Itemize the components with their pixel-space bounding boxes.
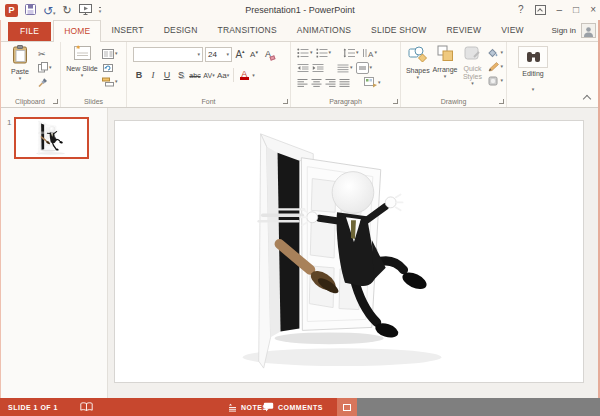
redo-icon[interactable]: ↻ (63, 4, 72, 16)
background-strip (357, 398, 600, 416)
tab-slide-show[interactable]: SLIDE SHOW (361, 20, 436, 41)
status-bar: SLIDE 1 OF 1 NOTES COMMENTS (0, 398, 357, 416)
line-spacing-button[interactable]: ▾ (343, 48, 359, 58)
slide-1-thumbnail[interactable] (14, 117, 89, 159)
undo-dropdown-icon[interactable]: ▾ (53, 10, 56, 16)
align-text-icon (356, 62, 369, 74)
format-painter-button[interactable] (37, 75, 53, 88)
numbering-icon (316, 48, 328, 58)
section-button[interactable]: ▾ (101, 75, 119, 88)
bold-button[interactable]: B (133, 68, 145, 82)
smartart-icon (364, 77, 377, 88)
align-text-button[interactable]: ▾ (356, 62, 373, 74)
text-shadow-button[interactable]: S (175, 68, 187, 82)
underline-button[interactable]: U (161, 68, 173, 82)
group-editing: Editing ▾ (507, 42, 559, 107)
shape-effects-button[interactable]: ▾ (487, 74, 504, 87)
increase-indent-button[interactable] (312, 63, 324, 73)
align-center-icon (311, 78, 322, 88)
drawing-dialog-launcher-icon[interactable] (499, 99, 504, 104)
increase-indent-icon (312, 63, 324, 73)
powerpoint-logo-icon[interactable]: P (5, 4, 18, 17)
tab-design[interactable]: DESIGN (154, 20, 208, 41)
character-spacing-button[interactable]: AV▾ (203, 68, 215, 82)
italic-button[interactable]: I (147, 68, 159, 82)
editing-canvas[interactable] (108, 108, 600, 398)
slide-thumbnail-panel[interactable]: 1 (0, 108, 108, 398)
tab-review[interactable]: REVIEW (436, 20, 491, 41)
paragraph-dialog-launcher-icon[interactable] (393, 99, 398, 104)
comments-toggle[interactable]: COMMENTS (263, 398, 323, 416)
slide-number: 1 (7, 118, 11, 127)
arrange-icon (437, 45, 454, 66)
change-case-button[interactable]: Aa▾ (217, 68, 229, 82)
columns-button[interactable]: ▾ (337, 63, 353, 73)
editing-button[interactable] (518, 46, 548, 68)
avatar-icon (581, 23, 596, 38)
shape-outline-button[interactable]: ▾ (487, 60, 504, 73)
copy-icon (38, 62, 48, 73)
window-border-left (0, 20, 1, 398)
tab-insert[interactable]: INSERT (101, 20, 153, 41)
save-icon[interactable] (25, 1, 36, 19)
font-color-button[interactable]: A (238, 68, 250, 82)
binoculars-icon (526, 51, 541, 63)
help-icon[interactable]: ? (518, 0, 524, 20)
reset-slide-button[interactable] (101, 61, 119, 74)
shape-fill-button[interactable]: ▾ (487, 46, 504, 59)
kicked-out-the-door-image[interactable] (115, 121, 583, 382)
format-painter-icon (38, 77, 48, 87)
paste-clipboard-icon (12, 45, 28, 68)
section-icon (102, 77, 114, 87)
close-icon[interactable]: × (590, 0, 596, 20)
tab-home[interactable]: HOME (53, 20, 101, 42)
spell-check-icon[interactable] (80, 398, 93, 416)
justify-button[interactable] (339, 78, 350, 88)
clipboard-dialog-launcher-icon[interactable] (53, 99, 58, 104)
slide-1-thumbnail-image (16, 119, 87, 157)
decrease-indent-button[interactable] (297, 63, 309, 73)
bullets-button[interactable]: ▾ (297, 48, 313, 58)
shape-effects-icon (488, 76, 499, 86)
convert-to-smartart-button[interactable]: ▾ (364, 77, 381, 88)
sign-in-button[interactable]: Sign in (552, 23, 596, 38)
notes-toggle[interactable]: NOTES (228, 398, 268, 416)
tab-view[interactable]: VIEW (491, 20, 534, 41)
undo-button[interactable]: ↺▾ (43, 1, 56, 19)
columns-icon (337, 63, 349, 73)
text-direction-button[interactable]: A ▾ (362, 48, 378, 58)
cut-button[interactable]: ✂ (37, 47, 53, 60)
customize-qat-icon[interactable]: ▾ (99, 7, 102, 13)
slide-layout-button[interactable]: ▾ (101, 47, 119, 60)
minimize-icon[interactable]: – (557, 0, 563, 20)
font-color-swatch (240, 77, 249, 80)
maximize-icon[interactable]: □ (573, 0, 579, 20)
clear-formatting-button[interactable]: A (262, 47, 274, 61)
tab-animations[interactable]: ANIMATIONS (287, 20, 361, 41)
font-name-combobox[interactable]: ▾ (133, 47, 203, 62)
numbering-button[interactable]: ▾ (316, 48, 332, 58)
comments-icon (263, 402, 274, 412)
align-right-icon (325, 78, 336, 88)
increase-font-size-button[interactable]: A▴ (234, 47, 246, 61)
start-slideshow-icon[interactable] (79, 1, 92, 19)
ribbon-display-options-icon[interactable] (535, 5, 546, 15)
tab-transitions[interactable]: TRANSITIONS (207, 20, 286, 41)
font-dialog-launcher-icon[interactable] (283, 99, 288, 104)
align-left-button[interactable] (297, 78, 308, 88)
font-size-combobox[interactable]: 24▾ (205, 47, 232, 62)
normal-view-button[interactable] (337, 398, 357, 416)
align-center-button[interactable] (311, 78, 322, 88)
reset-icon (102, 63, 114, 73)
group-clipboard: Paste ▾ ✂ ▾ Clipboard (0, 42, 61, 107)
collapse-ribbon-icon[interactable] (583, 95, 591, 103)
scissors-icon: ✂ (38, 49, 46, 59)
slide-1[interactable] (114, 120, 584, 383)
align-right-button[interactable] (325, 78, 336, 88)
copy-button[interactable]: ▾ (37, 61, 53, 74)
text-direction-icon: A (362, 48, 374, 58)
tab-file[interactable]: FILE (8, 22, 51, 41)
align-left-icon (297, 78, 308, 88)
strikethrough-button[interactable]: abc (189, 68, 201, 82)
decrease-font-size-button[interactable]: A▾ (248, 47, 260, 61)
